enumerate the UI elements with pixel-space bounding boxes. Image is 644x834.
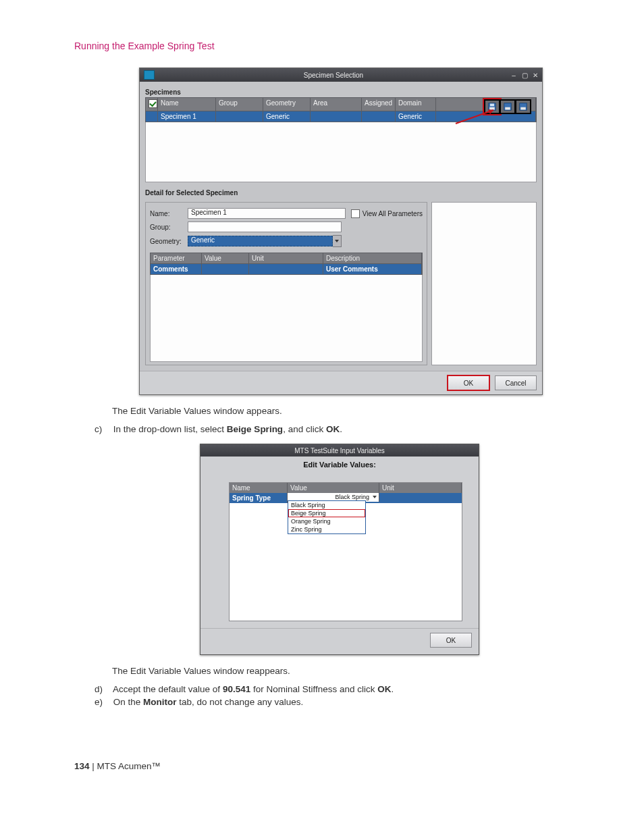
cell-value[interactable] — [202, 264, 249, 274]
footer-separator: | — [90, 761, 97, 771]
step-letter: c) — [95, 424, 111, 434]
svg-rect-6 — [520, 107, 526, 110]
col-domain[interactable]: Domain — [396, 98, 436, 111]
step-text: . — [392, 684, 394, 694]
window-titlebar: Specimen Selection – ▢ ✕ — [140, 68, 542, 82]
ok-button[interactable]: OK — [448, 375, 489, 390]
geometry-label: Geometry: — [150, 238, 188, 245]
maximize-icon[interactable]: ▢ — [519, 70, 530, 80]
cell-unit — [379, 493, 462, 503]
save-specimen-icon[interactable] — [484, 99, 500, 114]
col-group[interactable]: Group — [216, 98, 263, 111]
col-value[interactable]: Value — [202, 253, 249, 263]
value-dropdown-list[interactable]: Black Spring Beige Spring Orange Spring … — [288, 500, 366, 534]
trademark-symbol: ™ — [152, 761, 161, 771]
step-c: c) In the drop-down list, select Beige S… — [95, 424, 597, 434]
select-all-checkbox[interactable] — [149, 99, 157, 108]
step-bold: OK — [326, 424, 340, 434]
cell-domain: Generic — [396, 111, 436, 122]
cell-group — [216, 111, 263, 122]
page-footer: 134 | MTS Acumen™ — [74, 761, 597, 771]
edit-variables-window: MTS TestSuite Input Variables Edit Varia… — [200, 444, 479, 655]
step-letter: e) — [95, 697, 111, 707]
step-bold: Beige Spring — [227, 424, 283, 434]
dropdown-option[interactable]: Zinc Spring — [288, 525, 365, 533]
cell-name: Spring Type — [230, 493, 288, 503]
parameters-grid-header: Parameter Value Unit Description — [150, 253, 423, 264]
svg-marker-9 — [335, 240, 339, 242]
group-label: Group: — [150, 224, 188, 231]
cell-area — [311, 111, 362, 122]
col-name[interactable]: Name — [158, 98, 216, 111]
col-assigned[interactable]: Assigned — [362, 98, 396, 111]
window-title: MTS TestSuite Input Variables — [200, 444, 479, 457]
svg-rect-4 — [505, 107, 510, 110]
svg-rect-2 — [490, 104, 494, 107]
table-row[interactable]: Comments User Comments — [150, 264, 423, 275]
group-input[interactable] — [188, 221, 342, 232]
ok-button[interactable]: OK — [430, 633, 472, 648]
col-unit[interactable]: Unit — [249, 253, 323, 263]
step-text: for Nominal Stiffness and click — [250, 684, 377, 694]
col-value[interactable]: Value — [288, 483, 379, 493]
cell-unit — [249, 264, 323, 274]
window-title: Specimen Selection — [159, 72, 508, 79]
app-logo-icon — [144, 70, 155, 80]
step-e: e) On the Monitor tab, do not change any… — [95, 697, 597, 707]
view-all-checkbox[interactable] — [351, 209, 360, 218]
col-parameter[interactable]: Parameter — [151, 253, 202, 263]
chevron-down-icon[interactable] — [333, 235, 342, 247]
cancel-button[interactable]: Cancel — [495, 375, 537, 390]
col-area[interactable]: Area — [311, 98, 362, 111]
svg-rect-1 — [489, 107, 495, 110]
dropdown-option-selected[interactable]: Beige Spring — [288, 509, 365, 517]
col-geometry[interactable]: Geometry — [263, 98, 311, 111]
step-text: In the drop-down list, select — [113, 424, 227, 434]
step-bold: 90.541 — [223, 684, 250, 694]
cell-assigned — [362, 111, 396, 122]
step-letter: d) — [95, 684, 111, 694]
specimen-selection-window: Specimen Selection – ▢ ✕ — [139, 68, 543, 395]
cell-parameter: Comments — [151, 264, 202, 274]
step-bold: OK — [377, 684, 391, 694]
close-icon[interactable]: ✕ — [530, 70, 541, 80]
parameters-grid-body[interactable] — [150, 275, 423, 362]
step-d: d) Accept the default value of 90.541 fo… — [95, 684, 597, 694]
step-text: On the — [113, 697, 143, 707]
col-description[interactable]: Description — [323, 253, 422, 263]
step-text: Accept the default value of — [113, 684, 223, 694]
step-text: . — [340, 424, 342, 434]
table-row[interactable]: Specimen 1 Generic Generic — [145, 111, 537, 122]
dropdown-option[interactable]: Orange Spring — [288, 517, 365, 525]
step-text: tab, do not change any values. — [177, 697, 304, 707]
col-unit[interactable]: Unit — [379, 483, 462, 493]
dropdown-option[interactable]: Black Spring — [288, 501, 365, 509]
import-specimen-icon[interactable] — [515, 99, 531, 114]
cell-geometry: Generic — [263, 111, 311, 122]
page-number: 134 — [74, 761, 90, 771]
discard-specimen-icon[interactable] — [500, 99, 516, 114]
specimens-grid-body[interactable] — [145, 122, 537, 182]
geometry-preview — [431, 202, 537, 365]
body-text: The Edit Variable Values window reappear… — [112, 666, 597, 676]
specimens-section-label: Specimens — [145, 88, 537, 96]
detail-section-label: Detail for Selected Specimen — [145, 189, 537, 197]
step-bold: Monitor — [143, 697, 177, 707]
view-all-label: View All Parameters — [363, 210, 423, 217]
variables-grid: Name Value Unit Spring Type Black Spring… — [229, 482, 462, 621]
detail-form: Name: Specimen 1 View All Parameters Gro… — [145, 202, 427, 365]
variables-grid-header: Name Value Unit — [230, 483, 462, 493]
specimens-grid-header: Name Group Geometry Area Assigned Domain — [145, 97, 537, 111]
name-label: Name: — [150, 210, 188, 217]
body-text: The Edit Variable Values window appears. — [112, 406, 597, 416]
cell-name: Specimen 1 — [158, 111, 216, 122]
name-input[interactable]: Specimen 1 — [188, 208, 346, 219]
geometry-select[interactable]: Generic — [188, 236, 333, 246]
edit-values-header: Edit Variable Values: — [200, 457, 479, 482]
col-name[interactable]: Name — [230, 483, 288, 493]
minimize-icon[interactable]: – — [508, 70, 519, 80]
section-header: Running the Example Spring Test — [74, 41, 597, 51]
step-text: , and click — [283, 424, 326, 434]
product-name: MTS Acumen — [97, 761, 152, 771]
cell-description: User Comments — [323, 264, 422, 274]
